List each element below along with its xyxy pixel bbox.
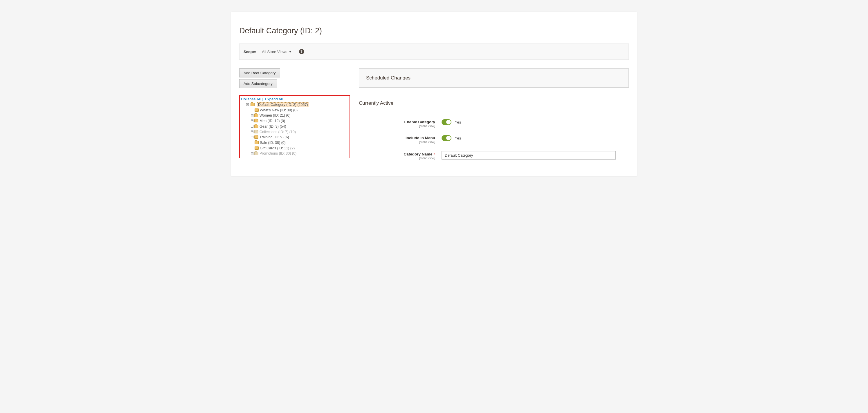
- content-wrap: Add Root Category Add Subcategory Collap…: [239, 68, 629, 167]
- tree-node[interactable]: +Promotions (ID: 30) (0): [251, 150, 348, 156]
- scheduled-changes-panel[interactable]: Scheduled Changes: [359, 68, 629, 88]
- page-title: Default Category (ID: 2): [239, 26, 629, 35]
- tree-node-label: Sale (ID: 38) (0): [260, 141, 286, 145]
- tree-toggle-icon[interactable]: +: [251, 119, 253, 122]
- tree-node-label: Collections (ID: 7) (19): [259, 130, 296, 134]
- tree-node[interactable]: +Men (ID: 12) (0): [251, 118, 348, 124]
- enable-category-toggle[interactable]: [441, 119, 452, 125]
- tree-root-label: Default Category (ID: 2) (2057): [257, 102, 309, 107]
- tree-toggle-icon[interactable]: −: [246, 103, 249, 106]
- page-card: Default Category (ID: 2) Scope: All Stor…: [231, 11, 637, 176]
- category-name-input[interactable]: [441, 151, 616, 160]
- tree-node[interactable]: +Training (ID: 9) (6): [251, 134, 348, 140]
- folder-icon: [254, 152, 258, 155]
- tree-node-label: Training (ID: 9) (6): [259, 135, 289, 139]
- tree-node-label: Promotions (ID: 30) (0): [259, 151, 297, 156]
- enable-category-row: Enable Category [store view] Yes: [359, 119, 629, 128]
- tree-node[interactable]: Gift Cards (ID: 11) (2): [251, 145, 348, 151]
- tree-root-node[interactable]: − Default Category (ID: 2) (2057) What's…: [246, 102, 348, 156]
- tree-toggle-icon[interactable]: +: [251, 152, 253, 155]
- add-root-category-button[interactable]: Add Root Category: [239, 68, 280, 77]
- scope-bar: Scope: All Store Views ?: [239, 43, 629, 60]
- tree-node[interactable]: +Collections (ID: 7) (19): [251, 129, 348, 135]
- tree-node[interactable]: What's New (ID: 39) (0): [251, 107, 348, 113]
- tree-node[interactable]: +Women (ID: 21) (0): [251, 112, 348, 118]
- folder-icon: [255, 146, 259, 150]
- collapse-all-link[interactable]: Collapse All: [241, 97, 261, 101]
- category-name-row: Category Name* [store view]: [359, 151, 629, 160]
- tree-toggle-icon[interactable]: +: [251, 131, 253, 133]
- enable-category-label: Enable Category: [404, 120, 435, 124]
- tree-node-label: What's New (ID: 39) (0): [260, 108, 298, 112]
- tree-node[interactable]: +Gear (ID: 3) (54): [251, 124, 348, 129]
- currently-active-title: Currently Active: [359, 100, 629, 109]
- folder-icon: [254, 119, 258, 123]
- tree-node[interactable]: Sale (ID: 38) (0): [251, 140, 348, 145]
- category-tree-box: Collapse All | Expand All − Default Cate…: [239, 95, 350, 158]
- tree-node-label: Women (ID: 21) (0): [259, 113, 290, 117]
- include-in-menu-row: Include in Menu [store view] Yes: [359, 135, 629, 144]
- include-in-menu-toggle[interactable]: [441, 135, 452, 141]
- folder-icon: [254, 130, 258, 133]
- enable-category-scope: [store view]: [359, 124, 435, 128]
- sidebar: Add Root Category Add Subcategory Collap…: [239, 68, 350, 167]
- category-name-scope: [store view]: [359, 156, 435, 160]
- main-content: Scheduled Changes Currently Active Enabl…: [359, 68, 629, 167]
- tree-node-label: Men (ID: 12) (0): [259, 119, 285, 123]
- include-in-menu-label: Include in Menu: [406, 136, 435, 140]
- folder-icon: [254, 114, 258, 117]
- required-mark: *: [433, 152, 435, 157]
- folder-icon: [251, 103, 255, 106]
- folder-icon: [255, 141, 259, 144]
- folder-icon: [255, 108, 259, 112]
- enable-category-value: Yes: [455, 120, 461, 125]
- scope-label: Scope:: [244, 49, 256, 54]
- tree-toggle-icon[interactable]: +: [251, 125, 253, 128]
- help-icon[interactable]: ?: [299, 49, 304, 54]
- category-tree: − Default Category (ID: 2) (2057) What's…: [241, 102, 348, 156]
- folder-icon: [254, 135, 258, 139]
- caret-down-icon: [289, 51, 291, 53]
- tree-toggle-icon[interactable]: +: [251, 114, 253, 117]
- include-in-menu-scope: [store view]: [359, 140, 435, 144]
- scope-selected-text: All Store Views: [262, 49, 287, 54]
- add-subcategory-button[interactable]: Add Subcategory: [239, 79, 277, 88]
- category-name-label: Category Name: [404, 152, 433, 156]
- tree-node-label: Gear (ID: 3) (54): [259, 125, 286, 129]
- expand-all-link[interactable]: Expand All: [265, 97, 283, 101]
- tree-controls: Collapse All | Expand All: [241, 97, 348, 101]
- tree-node-label: Gift Cards (ID: 11) (2): [260, 146, 294, 150]
- tree-toggle-icon[interactable]: +: [251, 136, 253, 138]
- include-in-menu-value: Yes: [455, 136, 461, 140]
- folder-icon: [254, 125, 258, 128]
- tree-separator: |: [262, 97, 264, 101]
- scope-select[interactable]: All Store Views: [262, 49, 291, 54]
